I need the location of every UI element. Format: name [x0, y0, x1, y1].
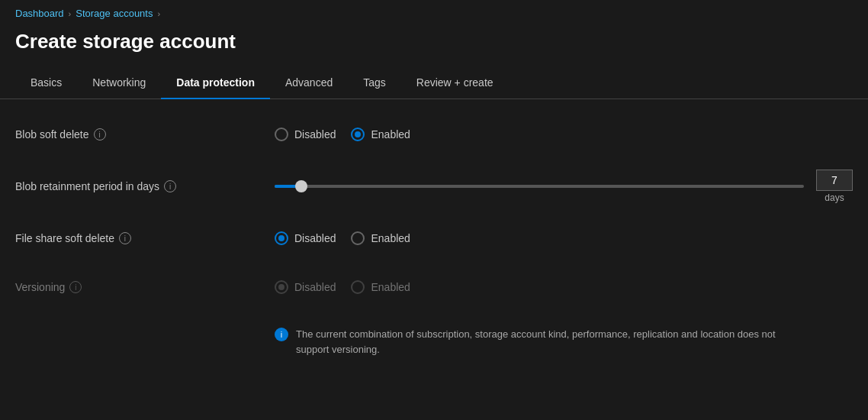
- versioning-disabled-radio[interactable]: [275, 280, 288, 294]
- file-share-soft-delete-disabled-label: Disabled: [294, 232, 336, 244]
- breadcrumb-storage-accounts[interactable]: Storage accounts: [76, 8, 153, 19]
- versioning-enabled-radio[interactable]: [351, 280, 365, 294]
- file-share-soft-delete-enabled-radio[interactable]: [351, 231, 365, 245]
- versioning-info-circle-icon: i: [275, 328, 288, 341]
- blob-retention-info-icon[interactable]: i: [164, 180, 176, 192]
- blob-retention-label: Blob retainment period in days i: [15, 180, 275, 192]
- blob-retention-slider-track[interactable]: [275, 185, 804, 188]
- breadcrumb-chevron-2: ›: [157, 9, 160, 18]
- blob-soft-delete-enabled-radio[interactable]: [351, 128, 365, 141]
- versioning-enabled-option[interactable]: Enabled: [351, 280, 410, 294]
- blob-retention-row: Blob retainment period in days i 7 days: [15, 170, 853, 203]
- versioning-enabled-label: Enabled: [371, 281, 410, 293]
- file-share-soft-delete-control: Disabled Enabled: [275, 231, 853, 245]
- blob-soft-delete-control: Disabled Enabled: [275, 128, 853, 141]
- blob-soft-delete-enabled-option[interactable]: Enabled: [351, 128, 410, 141]
- file-share-soft-delete-disabled-radio[interactable]: [275, 231, 288, 245]
- versioning-disabled-option[interactable]: Disabled: [275, 280, 336, 294]
- content-area: Blob soft delete i Disabled Enabled Blob…: [0, 99, 868, 376]
- file-share-soft-delete-enabled-option[interactable]: Enabled: [351, 231, 410, 245]
- tab-tags[interactable]: Tags: [348, 69, 401, 99]
- blob-soft-delete-info-icon[interactable]: i: [94, 128, 106, 141]
- blob-retention-value[interactable]: 7: [816, 170, 853, 191]
- blob-soft-delete-disabled-label: Disabled: [294, 128, 336, 141]
- tab-advanced[interactable]: Advanced: [270, 69, 348, 99]
- tab-review-create[interactable]: Review + create: [401, 69, 509, 99]
- blob-retention-unit: days: [825, 192, 844, 203]
- tab-data-protection[interactable]: Data protection: [161, 69, 270, 99]
- versioning-label: Versioning i: [15, 281, 275, 293]
- versioning-info-text: The current combination of subscription,…: [296, 327, 809, 357]
- blob-retention-slider-container: 7 days: [275, 170, 853, 203]
- file-share-soft-delete-disabled-option[interactable]: Disabled: [275, 231, 336, 245]
- breadcrumb-chevron-1: ›: [69, 9, 72, 18]
- file-share-soft-delete-info-icon[interactable]: i: [119, 232, 131, 244]
- file-share-soft-delete-enabled-label: Enabled: [371, 232, 410, 244]
- blob-soft-delete-disabled-radio[interactable]: [275, 128, 288, 141]
- versioning-info-icon[interactable]: i: [69, 281, 82, 293]
- tabs-container: Basics Networking Data protection Advanc…: [0, 69, 868, 99]
- versioning-info-box: i The current combination of subscriptio…: [275, 322, 809, 361]
- blob-soft-delete-row: Blob soft delete i Disabled Enabled: [15, 121, 853, 148]
- tab-basics[interactable]: Basics: [15, 69, 77, 99]
- versioning-row: Versioning i Disabled Enabled: [15, 273, 853, 301]
- tab-networking[interactable]: Networking: [77, 69, 161, 99]
- blob-soft-delete-disabled-option[interactable]: Disabled: [275, 128, 336, 141]
- page-title: Create storage account: [0, 24, 868, 69]
- breadcrumb: Dashboard › Storage accounts ›: [0, 0, 868, 24]
- blob-retention-value-box: 7 days: [816, 170, 853, 203]
- breadcrumb-dashboard[interactable]: Dashboard: [15, 8, 64, 19]
- versioning-disabled-label: Disabled: [294, 281, 336, 293]
- file-share-soft-delete-row: File share soft delete i Disabled Enable…: [15, 225, 853, 252]
- blob-soft-delete-label: Blob soft delete i: [15, 128, 275, 141]
- blob-retention-slider-thumb[interactable]: [295, 180, 307, 192]
- blob-soft-delete-enabled-label: Enabled: [371, 128, 410, 141]
- versioning-control: Disabled Enabled: [275, 280, 853, 294]
- file-share-soft-delete-label: File share soft delete i: [15, 232, 275, 244]
